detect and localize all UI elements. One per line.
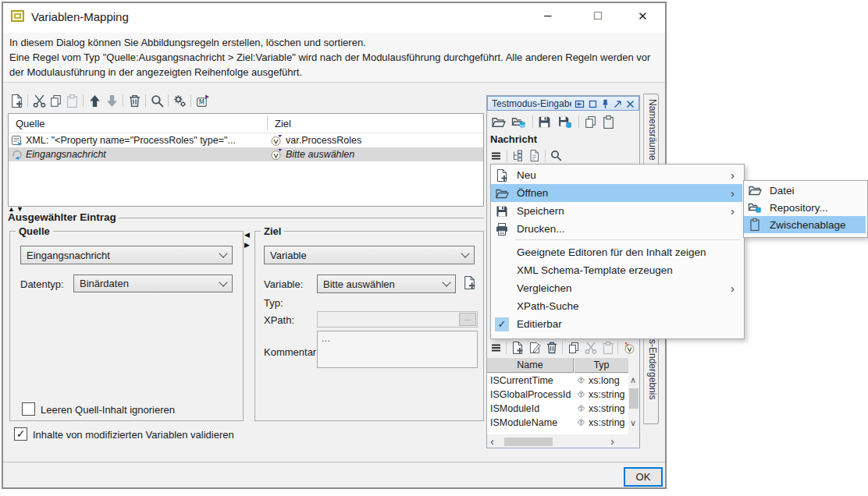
datentyp-label: Datentyp: bbox=[20, 278, 64, 290]
datentyp-value: Binärdaten bbox=[80, 278, 129, 289]
vars-header-name[interactable]: Name bbox=[487, 358, 574, 373]
float-icon[interactable] bbox=[613, 99, 623, 109]
row-target: var.ProcessRoles bbox=[286, 135, 361, 146]
var-name[interactable]: ISModuleId bbox=[490, 403, 539, 414]
paste-icon[interactable] bbox=[65, 94, 80, 108]
scroll-right-icon[interactable]: › bbox=[610, 434, 614, 448]
menu-item-editoren[interactable]: Geeignete Editoren für den Inhalt zeigen bbox=[491, 243, 742, 261]
hscroll-thumb[interactable] bbox=[504, 438, 553, 446]
paste-icon[interactable] bbox=[601, 341, 615, 355]
clipboard-icon bbox=[748, 218, 762, 232]
menu-item-editierbar[interactable]: ✓ Editierbar bbox=[491, 315, 742, 333]
new-variable-icon[interactable] bbox=[510, 341, 525, 355]
close-panel-icon[interactable] bbox=[625, 99, 635, 109]
xpath-browse-button[interactable]: ... bbox=[459, 313, 476, 326]
quelle-type-value: Eingangsnachricht bbox=[27, 250, 110, 261]
document-view-icon[interactable] bbox=[528, 149, 541, 162]
column-header-quelle[interactable]: Quelle bbox=[16, 118, 45, 129]
scroll-left-icon[interactable]: ‹ bbox=[490, 434, 494, 448]
menu-item-drucken[interactable]: Drucken... bbox=[491, 220, 742, 238]
splitter-right-icon[interactable]: ▶ bbox=[244, 241, 250, 249]
row-source: XML: "<Property name="ProcessRoles" type… bbox=[26, 135, 236, 146]
xpath-input[interactable] bbox=[317, 311, 478, 328]
menu-item-xml-schema[interactable]: XML Schema-Template erzeugen bbox=[491, 261, 742, 279]
ignore-empty-checkbox[interactable] bbox=[22, 402, 35, 416]
submenu-item-repository[interactable]: Repository... bbox=[744, 199, 866, 216]
settings-gears-icon[interactable] bbox=[173, 94, 187, 108]
copy-icon[interactable] bbox=[48, 94, 63, 108]
pin-icon[interactable] bbox=[600, 99, 610, 109]
column-header-ziel[interactable]: Ziel bbox=[275, 118, 291, 129]
datentyp-select[interactable]: Binärdaten bbox=[73, 275, 233, 292]
kommentar-label: Kommentar: bbox=[264, 346, 319, 358]
paste-icon[interactable] bbox=[601, 115, 616, 129]
edit-variable-icon[interactable] bbox=[528, 341, 542, 355]
copy-icon[interactable] bbox=[583, 115, 598, 129]
var-typ[interactable]: xs:string bbox=[589, 389, 625, 400]
vscroll-thumb[interactable] bbox=[629, 388, 639, 409]
maximize-panel-icon[interactable] bbox=[588, 99, 598, 109]
quelle-type-select[interactable]: Eingangsnachricht bbox=[20, 246, 233, 264]
validate-checkbox[interactable]: ✓ bbox=[14, 427, 27, 441]
close-button[interactable]: ✕ bbox=[638, 9, 648, 23]
menu-item-neu[interactable]: Neu › bbox=[491, 166, 742, 184]
svg-text:M: M bbox=[199, 98, 205, 106]
delete-variable-icon[interactable] bbox=[545, 341, 559, 355]
show-variables-icon[interactable]: 5 bbox=[622, 341, 636, 355]
search-icon[interactable] bbox=[150, 94, 165, 108]
repository-folder-icon bbox=[748, 200, 762, 214]
variable-value: Bitte auswählen bbox=[323, 278, 395, 290]
var-typ[interactable]: xs:string bbox=[589, 403, 625, 414]
var-name[interactable]: ISGlobalProcessId bbox=[490, 389, 571, 400]
move-down-icon[interactable] bbox=[105, 94, 119, 108]
open-repository-icon[interactable] bbox=[511, 115, 526, 129]
dock-icon[interactable] bbox=[575, 99, 585, 109]
input-message-icon bbox=[11, 148, 23, 161]
mapping-module-icon[interactable]: M bbox=[195, 94, 210, 108]
ignore-empty-label: Leeren Quell-Inhalt ignorieren bbox=[41, 404, 175, 416]
copy-icon[interactable] bbox=[567, 341, 581, 355]
var-name[interactable]: ISCurrentTime bbox=[490, 375, 553, 386]
menu-item-xpath-suche[interactable]: XPath-Suche bbox=[491, 297, 742, 315]
ziel-type-value: Variable bbox=[270, 250, 307, 261]
move-up-icon[interactable] bbox=[87, 94, 102, 108]
delete-icon[interactable] bbox=[127, 94, 142, 108]
menu-hamburger-icon[interactable] bbox=[490, 342, 503, 354]
kommentar-value: ... bbox=[322, 332, 330, 344]
column-divider[interactable] bbox=[267, 115, 268, 130]
ziel-type-select[interactable]: Variable bbox=[264, 246, 475, 264]
tree-view-icon[interactable] bbox=[511, 150, 524, 162]
menu-item-speichern[interactable]: Speichern › bbox=[491, 202, 742, 220]
open-file-icon[interactable] bbox=[491, 115, 506, 129]
scroll-up-icon[interactable]: ∧ bbox=[630, 375, 636, 385]
maximize-button[interactable]: □ bbox=[594, 9, 602, 23]
splitter-left-icon[interactable]: ◀ bbox=[244, 231, 250, 239]
description-line-1: In diesem Dialog können Sie Abbildungsre… bbox=[9, 37, 366, 48]
var-typ[interactable]: xs:string bbox=[589, 417, 625, 428]
menu-item-oeffnen[interactable]: Öffnen › bbox=[491, 184, 742, 202]
variable-select[interactable]: Bitte auswählen bbox=[317, 275, 456, 293]
var-typ[interactable]: xs:long bbox=[589, 375, 620, 386]
submenu-item-datei[interactable]: Datei bbox=[744, 182, 866, 199]
minimize-button[interactable]: – bbox=[544, 8, 551, 23]
new-variable-icon[interactable] bbox=[462, 275, 477, 290]
vars-header-typ[interactable]: Typ bbox=[575, 358, 628, 373]
cut-icon[interactable] bbox=[32, 94, 47, 108]
menu-item-vergleichen[interactable]: Vergleichen › bbox=[491, 279, 742, 297]
cut-icon[interactable] bbox=[584, 341, 598, 355]
screen: Variablen-Mapping – □ ✕ In diesem Dialog… bbox=[0, 0, 868, 496]
search-icon[interactable] bbox=[550, 149, 563, 162]
new-rule-icon[interactable] bbox=[9, 94, 24, 108]
save-repository-icon[interactable] bbox=[557, 115, 572, 129]
menu-hamburger-icon[interactable] bbox=[490, 150, 503, 162]
scroll-down-icon[interactable]: ∨ bbox=[630, 418, 636, 428]
submenu-arrow-icon: › bbox=[731, 204, 735, 218]
ok-button[interactable]: OK bbox=[624, 467, 663, 487]
submenu-item-zwischenablage[interactable]: Zwischenablage bbox=[744, 216, 866, 233]
save-file-icon[interactable] bbox=[537, 115, 552, 129]
chevron-down-icon bbox=[442, 278, 450, 286]
printer-icon bbox=[495, 222, 509, 236]
var-name[interactable]: ISModuleName bbox=[490, 417, 557, 428]
folder-open-icon bbox=[495, 186, 509, 200]
kommentar-textarea[interactable] bbox=[317, 331, 478, 368]
